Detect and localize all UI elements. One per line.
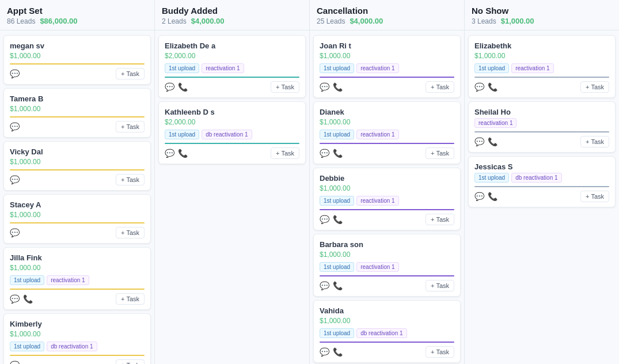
card-name: Elizabethk bbox=[474, 41, 609, 50]
chat-icon[interactable]: 💬 bbox=[165, 149, 174, 158]
add-task-button[interactable]: + Task bbox=[426, 346, 454, 358]
card-divider bbox=[10, 116, 145, 117]
card-name: Elizabeth De a bbox=[165, 41, 299, 50]
chat-icon[interactable]: 💬 bbox=[10, 228, 20, 237]
tag: reactivation 1 bbox=[202, 63, 244, 73]
chat-icon[interactable]: 💬 bbox=[10, 294, 20, 304]
card-name: Barbara son bbox=[320, 240, 454, 249]
card-tags: 1st uploadreactivation 1 bbox=[320, 130, 454, 139]
card-footer: 💬📞+ Task bbox=[165, 147, 299, 159]
column-no-show: No Show3 Leads$1,000.00Elizabethk$1,000.… bbox=[465, 0, 619, 364]
card-tags: reactivation 1 bbox=[474, 118, 609, 128]
card-amount: $2,000.00 bbox=[165, 118, 299, 126]
phone-icon[interactable]: 📞 bbox=[333, 82, 343, 92]
card-amount: $1,000.00 bbox=[10, 52, 145, 60]
card-name: Jilla Fink bbox=[10, 253, 145, 262]
col-leads-buddy-added: 2 Leads bbox=[162, 17, 187, 25]
tag: db reactivation 1 bbox=[356, 328, 407, 338]
card-name: Sheilal Ho bbox=[474, 108, 609, 116]
card: Debbie$1,000.001st uploadreactivation 1💬… bbox=[313, 168, 461, 230]
card-tags: 1st uploaddb reactivation 1 bbox=[320, 328, 454, 338]
card-icons: 💬📞 bbox=[165, 82, 188, 92]
column-buddy-added: Buddy Added2 Leads$4,000.00Elizabeth De … bbox=[155, 0, 310, 364]
add-task-button[interactable]: + Task bbox=[580, 136, 609, 147]
card-divider bbox=[474, 186, 609, 187]
card: Dianek$1,000.001st uploadreactivation 1💬… bbox=[313, 101, 461, 164]
tag: 1st upload bbox=[320, 262, 354, 272]
card-icons: 💬📞 bbox=[474, 192, 498, 201]
chat-icon[interactable]: 💬 bbox=[320, 82, 329, 92]
chat-icon[interactable]: 💬 bbox=[10, 361, 20, 364]
add-task-button[interactable]: + Task bbox=[426, 147, 454, 159]
col-header-no-show: No Show3 Leads$1,000.00 bbox=[465, 0, 619, 31]
chat-icon[interactable]: 💬 bbox=[474, 192, 484, 201]
add-task-button[interactable]: + Task bbox=[426, 214, 454, 225]
card-divider bbox=[10, 289, 145, 290]
card: Tamera B$1,000.00💬+ Task bbox=[3, 88, 151, 138]
add-task-button[interactable]: + Task bbox=[426, 280, 454, 291]
card-amount: $1,000.00 bbox=[10, 105, 145, 113]
add-task-button[interactable]: + Task bbox=[580, 81, 609, 93]
phone-icon[interactable]: 📞 bbox=[178, 149, 188, 158]
phone-icon[interactable]: 📞 bbox=[333, 281, 343, 290]
phone-icon[interactable]: 📞 bbox=[178, 82, 188, 92]
card-amount: $1,000.00 bbox=[320, 184, 454, 192]
tag: reactivation 1 bbox=[511, 63, 553, 73]
card-icons: 💬📞 bbox=[10, 294, 33, 304]
phone-icon[interactable]: 📞 bbox=[488, 137, 498, 146]
add-task-button[interactable]: + Task bbox=[116, 174, 145, 185]
phone-icon[interactable]: 📞 bbox=[333, 215, 343, 224]
card: Joan Ri t$1,000.001st uploadreactivation… bbox=[313, 35, 461, 98]
add-task-button[interactable]: + Task bbox=[116, 121, 145, 132]
phone-icon[interactable]: 📞 bbox=[333, 149, 343, 158]
card-name: Joan Ri t bbox=[320, 41, 454, 50]
chat-icon[interactable]: 💬 bbox=[320, 149, 329, 158]
card-tags: 1st uploaddb reactivation 1 bbox=[474, 173, 609, 183]
card-divider bbox=[10, 222, 145, 223]
col-header-buddy-added: Buddy Added2 Leads$4,000.00 bbox=[155, 0, 309, 31]
card-tags: 1st uploadreactivation 1 bbox=[10, 275, 145, 285]
add-task-button[interactable]: + Task bbox=[116, 359, 145, 364]
card-amount: $1,000.00 bbox=[10, 330, 145, 338]
card: megan sv$1,000.00💬+ Task bbox=[3, 35, 151, 85]
add-task-button[interactable]: + Task bbox=[116, 68, 145, 79]
card-footer: 💬+ Task bbox=[10, 121, 145, 132]
card-icons: 💬📞 bbox=[320, 82, 343, 92]
card-icons: 💬 bbox=[10, 69, 20, 78]
card-footer: 💬📞+ Task bbox=[320, 280, 454, 291]
add-task-button[interactable]: + Task bbox=[580, 191, 609, 202]
add-task-button[interactable]: + Task bbox=[271, 147, 299, 159]
add-task-button[interactable]: + Task bbox=[116, 227, 145, 238]
add-task-button[interactable]: + Task bbox=[426, 81, 454, 93]
col-title-buddy-added: Buddy Added bbox=[162, 6, 302, 16]
card-tags: 1st uploadreactivation 1 bbox=[474, 63, 609, 73]
chat-icon[interactable]: 💬 bbox=[320, 347, 329, 357]
phone-icon[interactable]: 📞 bbox=[488, 192, 498, 201]
card-divider bbox=[320, 143, 454, 144]
card-tags: 1st uploaddb reactivation 1 bbox=[165, 130, 299, 139]
chat-icon[interactable]: 💬 bbox=[474, 137, 484, 146]
chat-icon[interactable]: 💬 bbox=[165, 82, 174, 92]
card-amount: $1,000.00 bbox=[474, 52, 609, 60]
add-task-button[interactable]: + Task bbox=[271, 81, 299, 93]
chat-icon[interactable]: 💬 bbox=[320, 281, 329, 290]
card-amount: $1,000.00 bbox=[320, 251, 454, 259]
column-appt-set: Appt Set86 Leads$86,000.00megan sv$1,000… bbox=[0, 0, 155, 364]
chat-icon[interactable]: 💬 bbox=[320, 215, 329, 224]
card-icons: 💬 bbox=[10, 175, 20, 184]
tag: 1st upload bbox=[320, 130, 354, 139]
add-task-button[interactable]: + Task bbox=[116, 293, 145, 305]
chat-icon[interactable]: 💬 bbox=[474, 82, 484, 92]
card-divider bbox=[320, 77, 454, 78]
phone-icon[interactable]: 📞 bbox=[23, 294, 33, 304]
chat-icon[interactable]: 💬 bbox=[10, 175, 20, 184]
card-amount: $1,000.00 bbox=[10, 158, 145, 166]
phone-icon[interactable]: 📞 bbox=[333, 347, 343, 357]
chat-icon[interactable]: 💬 bbox=[10, 69, 20, 78]
card-footer: 💬📞+ Task bbox=[165, 81, 299, 93]
phone-icon[interactable]: 📞 bbox=[488, 82, 498, 92]
card-icons: 💬 bbox=[10, 122, 20, 131]
card-footer: 💬+ Task bbox=[10, 68, 145, 79]
chat-icon[interactable]: 💬 bbox=[10, 122, 20, 131]
col-body-cancellation: Joan Ri t$1,000.001st uploadreactivation… bbox=[310, 31, 464, 364]
